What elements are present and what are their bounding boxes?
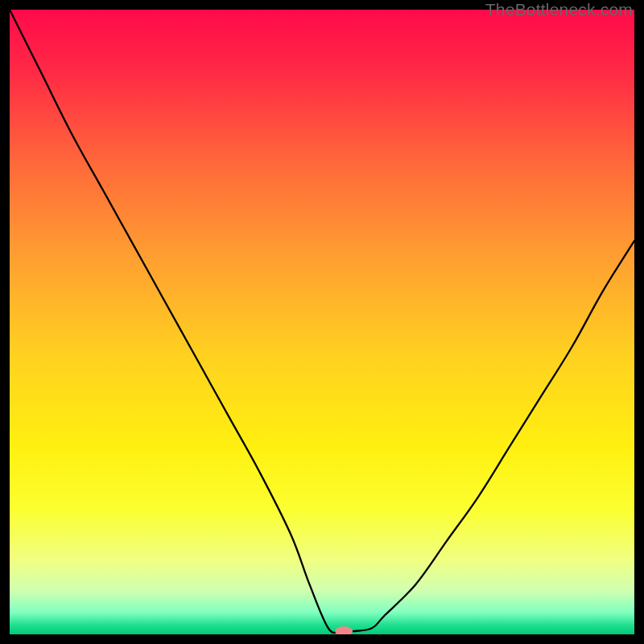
plot-area [10, 10, 634, 634]
gradient-background [10, 10, 634, 634]
chart-svg [10, 10, 634, 634]
watermark-text: TheBottleneck.com [485, 0, 633, 19]
chart-container: TheBottleneck.com [0, 0, 644, 644]
